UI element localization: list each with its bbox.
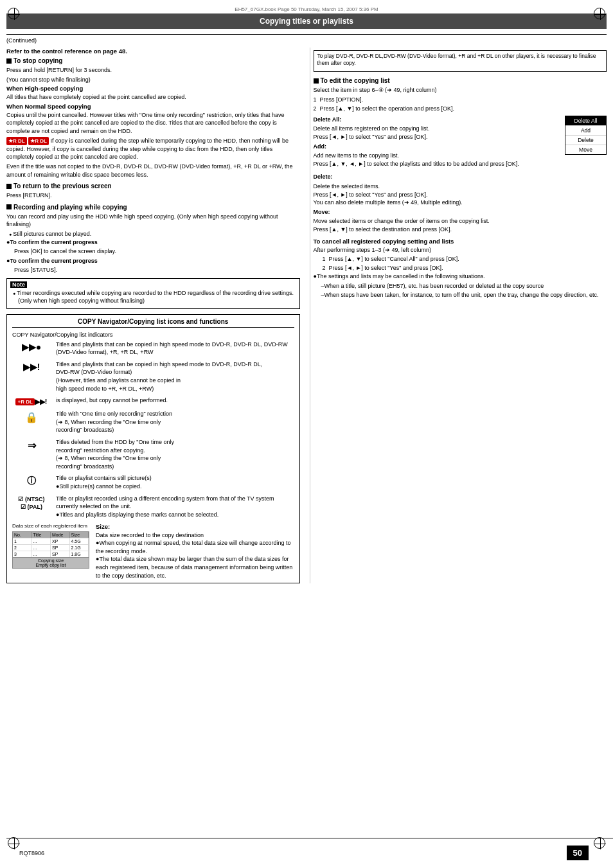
col-2: Title xyxy=(32,532,51,538)
recording-playing-bullet1: Still pictures cannot be played. xyxy=(6,230,300,238)
cancel-bullet-2: –When steps have been taken, for instanc… xyxy=(314,291,607,299)
cancel-step-1: 1 Press [▲, ▼] to select "Cancel All" an… xyxy=(323,255,607,264)
copy-nav-box: COPY Navigator/Copying list icons and fu… xyxy=(6,314,300,583)
note-box: Note Timer recordings executed while cop… xyxy=(6,278,300,309)
col-3: Mode xyxy=(51,532,70,538)
right-column: To play DVD-R, DVD-R DL,DVD-RW (DVD-Vide… xyxy=(310,48,607,583)
delete-all-body: Delete all items registered on the copyi… xyxy=(314,125,559,141)
icon-cell-3: +R DL ▶▶! xyxy=(12,396,51,406)
cancel-registered-intro: After performing steps 1–3 (➜ 49, left c… xyxy=(314,246,607,254)
recording-playing-heading: Recording and playing while copying xyxy=(6,204,300,211)
top-note-box: To play DVD-R, DVD-R DL,DVD-RW (DVD-Vide… xyxy=(314,50,607,72)
page-number: 50 xyxy=(567,846,589,860)
icon-desc-5: Titles deleted from the HDD by "One time… xyxy=(56,438,294,470)
delete-title: Delete: xyxy=(314,173,607,181)
normal-speed-title: When Normal Speed copying xyxy=(6,103,300,110)
edit-operations-text: Delete All: Delete all items registered … xyxy=(314,116,607,168)
ntsc-label: ☑ (NTSC) xyxy=(18,496,44,502)
copy-icon-5: ⇒ xyxy=(28,439,36,452)
cell-2-1: 2 xyxy=(13,545,32,551)
main-content: Refer to the control reference on page 4… xyxy=(6,48,607,583)
icon-row-3: +R DL ▶▶! is displayed, but copy cannot … xyxy=(12,396,294,406)
cell-1-1: 1 xyxy=(13,538,32,544)
continued-label: (Continued) xyxy=(6,37,607,44)
model-number: RQT8906 xyxy=(19,850,44,856)
icon-row-6: ⓘ Title or playlist contains still pictu… xyxy=(12,474,294,490)
stop-copying-body: Press and hold [RETURN] for 3 seconds. xyxy=(6,66,300,75)
edit-step-2: 2 Press [▲, ▼] to select the operation a… xyxy=(314,105,607,113)
menu-item-delete[interactable]: Delete xyxy=(565,136,606,145)
icon-desc-1: Titles and playlists that can be copied … xyxy=(56,341,294,357)
cell-2-3: SP xyxy=(51,545,70,551)
copy-icon-6: ⓘ xyxy=(27,475,36,487)
icon-row-7: ☑ (NTSC) ☑ (PAL) Title or playlist recor… xyxy=(12,495,294,519)
badge-rdl-2: ★R DL xyxy=(28,137,49,145)
cell-2-2: ... xyxy=(32,545,51,551)
cross-tr xyxy=(594,8,606,20)
mini-table-header: No. Title Mode Size xyxy=(13,532,89,538)
mini-table-footer: Copying sizeEmpty copy list xyxy=(13,557,89,568)
icon-desc-2: Titles and playlists that can be copied … xyxy=(56,360,294,393)
ref-line: Refer to the control reference on page 4… xyxy=(6,48,300,55)
cell-3-4: 1.8G xyxy=(70,551,89,557)
delete-all-title: Delete All: xyxy=(314,116,559,124)
page-footer: RQT8906 50 xyxy=(0,846,613,860)
copy-icon-4: 🔒 xyxy=(25,411,38,423)
page-title: Copying titles or playlists xyxy=(6,13,607,29)
cell-1-4: 4.5G xyxy=(70,538,89,544)
menu-container: Delete All Add Delete Move Delete All: D… xyxy=(314,116,607,168)
cancel-registered-section: To cancel all registered copying setting… xyxy=(314,238,607,299)
normal-speed-extra2: Even if the title was not copied to the … xyxy=(6,163,300,179)
table-row-2: 2 ... SP 2.1G xyxy=(13,544,89,551)
move-title: Move: xyxy=(314,208,607,217)
status-body: Press [STATUS]. xyxy=(6,266,300,274)
copy-icon-1: ▶▶● xyxy=(22,342,41,352)
high-speed-body: All titles that have completely copied a… xyxy=(6,93,300,102)
recording-playing-section: Recording and playing while copying You … xyxy=(6,204,300,274)
cell-3-1: 3 xyxy=(13,551,32,557)
return-screen-body: Press [RETURN]. xyxy=(6,191,300,200)
data-size-label: Data size of each registered item xyxy=(12,522,89,529)
normal-speed-extra: ★R DL ★R DL If copy is cancelled during … xyxy=(6,137,300,161)
size-body: Data size recorded to the copy destinati… xyxy=(96,531,294,540)
left-column: Refer to the control reference on page 4… xyxy=(6,48,303,583)
icon-desc-7: Title or playlist recorded using a diffe… xyxy=(56,495,294,519)
high-speed-title: When High-speed copying xyxy=(6,85,300,92)
icon-cell-6: ⓘ xyxy=(12,474,51,487)
stop-copying-heading: To stop copying xyxy=(6,57,300,64)
note-bullet2: (Only when high speed copying without fi… xyxy=(10,297,296,305)
icon-row-1: ▶▶● Titles and playlists that can be cop… xyxy=(12,341,294,357)
edit-icon xyxy=(314,78,319,84)
bottom-divider xyxy=(6,838,613,838)
cancel-registered-title: To cancel all registered copying setting… xyxy=(314,238,607,245)
icon-row-5: ⇒ Titles deleted from the HDD by "One ti… xyxy=(12,438,294,470)
rdl-badge: +R DL xyxy=(15,398,34,405)
menu-item-delete-all[interactable]: Delete All xyxy=(565,116,606,126)
cell-2-4: 2.1G xyxy=(70,545,89,551)
cancel-bullet-1: –When a title, still picture (EH57), etc… xyxy=(314,282,607,290)
table-row-3: 3 ... SP 1.8G xyxy=(13,551,89,557)
status-title: ●To confirm the current progress xyxy=(6,257,300,265)
move-body: Move selected items or change the order … xyxy=(314,217,607,233)
icon-desc-6: Title or playlist contains still picture… xyxy=(56,474,294,490)
edit-copying-section: To edit the copying list Select the item… xyxy=(314,77,607,234)
size-title: Size: xyxy=(96,522,294,531)
corner-mark-tr xyxy=(594,8,605,19)
copy-nav-title: COPY Navigator/Copying list icons and fu… xyxy=(12,318,294,328)
cancel-steps: 1 Press [▲, ▼] to select "Cancel All" an… xyxy=(314,255,607,272)
menu-item-add[interactable]: Add xyxy=(565,126,606,136)
size-bullet1: ●When copying at normal speed, the total… xyxy=(96,539,294,555)
icon-desc-3: is displayed, but copy cannot be perform… xyxy=(56,396,294,405)
edit-step-1: 1 Press [OPTION]. xyxy=(314,96,607,104)
col-1: No. xyxy=(13,532,32,538)
cell-1-2: ... xyxy=(32,538,51,544)
data-size-section: Data size of each registered item No. Ti… xyxy=(12,522,294,580)
icon-cell-1: ▶▶● xyxy=(12,341,51,352)
menu-item-move[interactable]: Move xyxy=(565,145,606,154)
file-info: EH57_67GX.book Page 50 Thursday, March 1… xyxy=(6,6,607,12)
add-title: Add: xyxy=(314,143,559,151)
badge-rdl-1: ★R DL xyxy=(6,137,27,145)
cell-3-2: ... xyxy=(32,551,51,557)
copy-nav-indicators-label: COPY Navigator/Copying list indicators xyxy=(12,331,294,339)
size-text-section: Size: Data size recorded to the copy des… xyxy=(96,522,294,580)
